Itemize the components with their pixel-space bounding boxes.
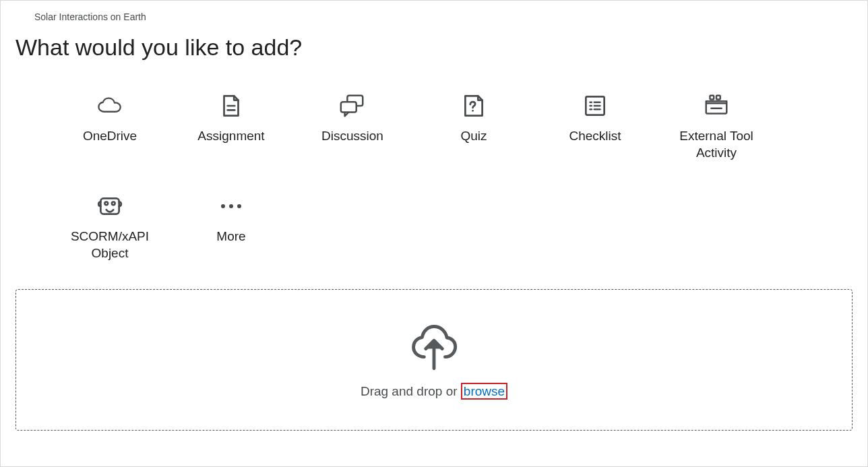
- tile-scorm-xapi[interactable]: SCORM/xAPI Object: [49, 192, 170, 261]
- svg-point-20: [112, 202, 115, 206]
- tile-external-tool[interactable]: External Tool Activity: [656, 92, 777, 161]
- tile-label: Assignment: [197, 128, 264, 145]
- tile-label: OneDrive: [83, 128, 137, 145]
- tile-label: Discussion: [321, 128, 383, 145]
- file-dropzone[interactable]: Drag and drop or browse: [16, 289, 852, 431]
- svg-point-6: [472, 110, 474, 112]
- dropzone-text: Drag and drop or browse: [361, 384, 507, 399]
- assignment-icon: [217, 92, 245, 120]
- cloud-upload-icon: [408, 321, 460, 373]
- close-button[interactable]: [834, 11, 852, 30]
- tile-checklist[interactable]: Checklist: [534, 92, 656, 161]
- external-tool-icon: [702, 92, 731, 120]
- svg-rect-15: [710, 96, 714, 100]
- dropzone-prefix: Drag and drop or: [361, 384, 461, 398]
- scorm-icon: [96, 192, 124, 220]
- onedrive-icon: [96, 92, 124, 120]
- tile-quiz[interactable]: Quiz: [413, 92, 534, 161]
- checklist-icon: [581, 92, 609, 120]
- svg-point-19: [104, 202, 108, 206]
- tile-label: Quiz: [460, 128, 487, 145]
- tile-discussion[interactable]: Discussion: [292, 92, 413, 161]
- more-icon: [217, 192, 245, 220]
- breadcrumb: Solar Interactions on Earth: [34, 11, 852, 22]
- quiz-icon: [460, 92, 488, 120]
- tile-label: Checklist: [569, 128, 621, 145]
- svg-rect-5: [341, 102, 356, 112]
- tile-label: More: [216, 228, 245, 245]
- browse-link[interactable]: browse: [461, 383, 507, 400]
- tile-label: External Tool Activity: [662, 128, 770, 161]
- activity-type-grid: OneDrive Assignment Discu: [16, 92, 852, 262]
- tile-more[interactable]: More: [170, 192, 292, 261]
- tile-label: SCORM/xAPI Object: [56, 228, 164, 261]
- page-title: What would you like to add?: [16, 34, 852, 61]
- tile-onedrive[interactable]: OneDrive: [49, 92, 170, 161]
- tile-assignment[interactable]: Assignment: [170, 92, 292, 161]
- svg-rect-16: [716, 96, 720, 100]
- discussion-icon: [338, 92, 367, 120]
- add-activity-modal: Solar Interactions on Earth What would y…: [0, 0, 868, 467]
